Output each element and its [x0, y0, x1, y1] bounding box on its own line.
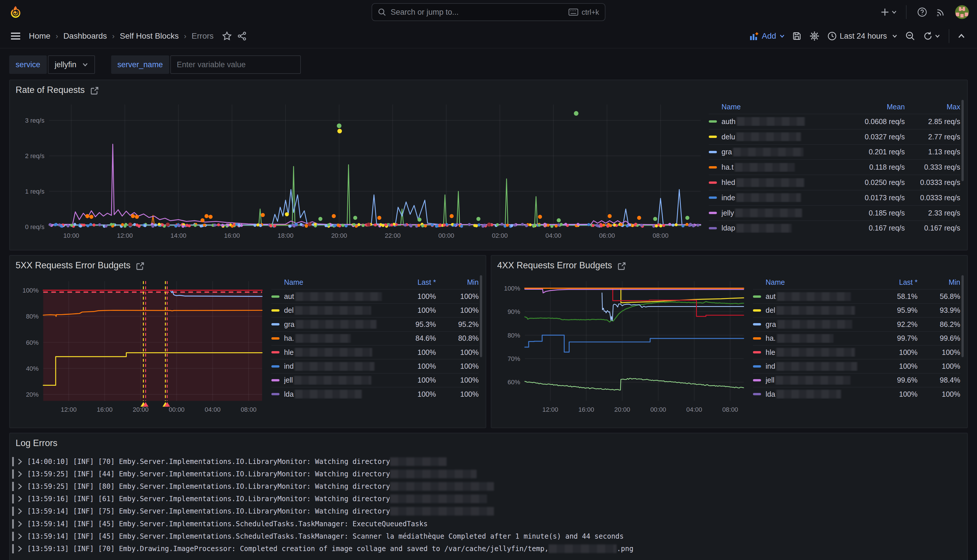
- menu-hamburger-icon[interactable]: [8, 27, 23, 45]
- star-dashboard-icon[interactable]: [219, 27, 234, 45]
- 5xx-error-budget-chart[interactable]: 20%40%60%80%100%12:0016:0020:0000:0004:0…: [17, 273, 267, 420]
- redacted-name: [777, 362, 857, 371]
- legend-row[interactable]: ind100%100%: [271, 359, 479, 373]
- refresh-dashboard-icon[interactable]: [919, 27, 934, 45]
- legend-row[interactable]: ha.84.6%80.8%: [271, 331, 479, 345]
- log-row[interactable]: [13:59:14] [INF] [45] Emby.Server.Implem…: [11, 518, 966, 530]
- legend-row[interactable]: ind100%100%: [753, 359, 960, 373]
- scrollbar-thumb[interactable]: [480, 275, 482, 357]
- svg-text:60%: 60%: [508, 378, 520, 386]
- legend-header[interactable]: NameLast *Min: [753, 275, 960, 289]
- top-nav-actions: [879, 3, 969, 21]
- redacted-name: [295, 390, 362, 399]
- scrollbar-thumb[interactable]: [961, 100, 964, 181]
- legend-row[interactable]: del100%100%: [271, 303, 479, 317]
- log-row[interactable]: [13:59:16] [INF] [61] Emby.Server.Implem…: [11, 493, 966, 505]
- share-icon[interactable]: [234, 27, 249, 45]
- collapse-topbar-caret-icon[interactable]: [954, 27, 969, 45]
- legend-row[interactable]: hle100%100%: [271, 345, 479, 359]
- legend-row[interactable]: delu0.0327 req/s2.77 req/s: [709, 129, 960, 144]
- legend-row[interactable]: gra92.2%86.2%: [753, 317, 960, 331]
- external-link-icon[interactable]: [618, 262, 626, 270]
- breadcrumb-separator: ›: [112, 32, 115, 41]
- redacted-path: [390, 482, 494, 491]
- legend-header[interactable]: NameLast *Min: [271, 275, 479, 289]
- expand-chevron-icon: [18, 458, 22, 465]
- redacted-name: [736, 193, 801, 202]
- svg-text:04:00: 04:00: [545, 232, 561, 239]
- legend-row[interactable]: del95.9%93.9%: [753, 303, 960, 317]
- series-color-dash: [271, 309, 279, 312]
- external-link-icon[interactable]: [136, 262, 144, 270]
- series-color-dash: [753, 295, 761, 298]
- dashboard-settings-gear-icon[interactable]: [805, 27, 823, 45]
- breadcrumb-home[interactable]: Home: [29, 32, 50, 41]
- legend-row[interactable]: lda100%100%: [271, 387, 479, 401]
- svg-text:80%: 80%: [508, 332, 520, 339]
- add-new-button[interactable]: [879, 3, 898, 21]
- external-link-icon[interactable]: [91, 87, 99, 95]
- scrollbar-thumb[interactable]: [961, 275, 964, 357]
- help-icon[interactable]: [915, 3, 930, 21]
- expand-chevron-icon: [18, 545, 22, 552]
- series-color-dash: [271, 295, 279, 298]
- breadcrumb-dashboards[interactable]: Dashboards: [63, 32, 107, 41]
- time-range-picker[interactable]: Last 24 hours: [823, 27, 901, 45]
- legend-row[interactable]: jell100%100%: [271, 373, 479, 387]
- svg-text:100%: 100%: [23, 287, 39, 294]
- legend-row[interactable]: hled0.0250 req/s0.0333 req/s: [709, 175, 960, 190]
- zoom-out-time-icon[interactable]: [901, 27, 919, 45]
- 4xx-error-budget-chart[interactable]: 60%70%80%90%100%12:0016:0020:0000:0004:0…: [498, 273, 748, 420]
- svg-text:12:00: 12:00: [542, 406, 558, 413]
- save-dashboard-button[interactable]: [788, 27, 805, 45]
- redacted-name: [735, 208, 802, 218]
- legend-row[interactable]: auth0.0608 req/s2.85 req/s: [709, 114, 960, 129]
- redacted-path: [390, 470, 477, 478]
- redacted-name: [777, 306, 855, 315]
- svg-text:02:00: 02:00: [492, 232, 508, 239]
- series-color-dash: [753, 393, 761, 395]
- legend-row[interactable]: aut100%100%: [271, 289, 479, 303]
- series-color-dash: [709, 151, 717, 153]
- legend-row[interactable]: ldap0.167 req/s0.167 req/s: [709, 220, 960, 236]
- svg-text:16:00: 16:00: [97, 406, 113, 413]
- add-panel-button[interactable]: Add: [747, 32, 788, 41]
- legend-row[interactable]: gra95.3%95.2%: [271, 317, 479, 331]
- log-row[interactable]: [13:59:14] [INF] [75] Emby.Server.Implem…: [11, 505, 966, 518]
- log-row[interactable]: [13:59:25] [INF] [44] Emby.Server.Implem…: [11, 468, 966, 480]
- log-message: [13:59:14] [INF] [45] Emby.Server.Implem…: [27, 520, 428, 528]
- rate-of-requests-chart[interactable]: 0 req/s1 req/s2 req/s3 req/s10:0012:0014…: [17, 98, 704, 243]
- log-row[interactable]: [14:00:10] [INF] [70] Emby.Server.Implem…: [11, 455, 966, 468]
- legend-header[interactable]: NameMeanMax: [709, 100, 960, 114]
- legend-row[interactable]: jell99.6%98.4%: [753, 373, 960, 387]
- refresh-interval-chevron[interactable]: [934, 27, 944, 45]
- user-avatar[interactable]: [955, 5, 969, 19]
- add-panel-icon: [750, 32, 758, 40]
- variable-server-name-input[interactable]: [170, 55, 301, 74]
- panel-4xx-error-budgets: 4XX Requests Error Budgets 60%70%80%90%1…: [491, 255, 968, 428]
- legend-row[interactable]: aut58.1%56.8%: [753, 289, 960, 303]
- log-row[interactable]: [13:59:13] [INF] [70] Emby.Drawing.Image…: [11, 542, 966, 555]
- clock-icon: [827, 32, 837, 41]
- search-input[interactable]: Search or jump to... ctrl+k: [372, 3, 605, 21]
- legend-row[interactable]: ha.t0.118 req/s0.333 req/s: [709, 159, 960, 175]
- news-rss-icon[interactable]: [933, 3, 948, 21]
- log-message: [13:59:14] [INF] [45] Emby.Server.Implem…: [27, 532, 624, 540]
- chevron-down-icon: [82, 62, 88, 68]
- breadcrumb-folder[interactable]: Self Host Blocks: [120, 32, 179, 41]
- variable-service-select[interactable]: jellyfin: [48, 55, 95, 74]
- breadcrumb: Home › Dashboards › Self Host Blocks › E…: [29, 32, 214, 41]
- expand-chevron-icon: [18, 533, 22, 540]
- legend-row[interactable]: inde0.0173 req/s0.0333 req/s: [709, 190, 960, 205]
- series-color-dash: [709, 166, 717, 168]
- series-color-dash: [271, 365, 279, 368]
- svg-text:1 req/s: 1 req/s: [25, 188, 45, 195]
- legend-row[interactable]: hle100%100%: [753, 345, 960, 359]
- legend-row[interactable]: ha.99.7%99.6%: [753, 331, 960, 345]
- log-row[interactable]: [13:59:14] [INF] [45] Emby.Server.Implem…: [11, 530, 966, 542]
- legend-row[interactable]: jelly0.185 req/s2.33 req/s: [709, 205, 960, 220]
- legend-row[interactable]: gra0.201 req/s1.13 req/s: [709, 144, 960, 160]
- log-row[interactable]: [13:59:25] [INF] [80] Emby.Server.Implem…: [11, 480, 966, 492]
- legend-row[interactable]: lda100%100%: [753, 387, 960, 401]
- grafana-logo-icon[interactable]: [8, 5, 23, 20]
